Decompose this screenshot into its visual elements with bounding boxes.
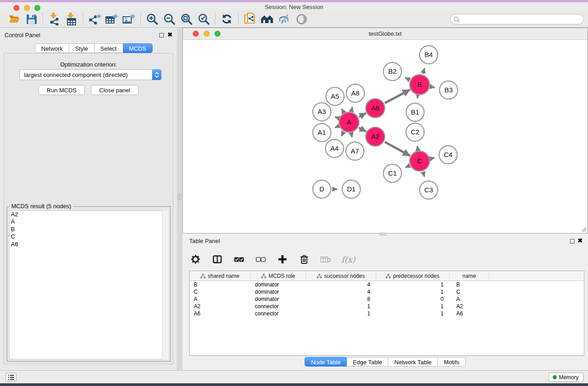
float-table-panel-icon[interactable] xyxy=(570,239,574,243)
delete-column-button[interactable] xyxy=(298,253,311,266)
table-row[interactable]: Bdominator41B xyxy=(190,281,584,288)
function-builder-button[interactable]: f(x) xyxy=(341,253,355,266)
graph-edge-A-A3[interactable] xyxy=(335,117,339,118)
graph-edge-C-C1[interactable] xyxy=(405,166,409,167)
graph-edge-A-A2[interactable] xyxy=(359,128,366,132)
tab-network[interactable]: Network xyxy=(35,43,69,53)
houses-icon xyxy=(260,14,274,24)
graph-node-label: A2 xyxy=(371,133,379,140)
node-table: shared name MCDS role successor nodes pr… xyxy=(189,271,584,356)
graph-edge-A-A1[interactable] xyxy=(335,126,339,128)
hide-selected-button[interactable] xyxy=(276,12,293,26)
graph-edge-A6-B[interactable] xyxy=(385,90,410,103)
mcds-result-scrollbar[interactable] xyxy=(162,210,168,359)
tab-mcds[interactable]: MCDS xyxy=(123,43,153,53)
graph-edge-B-B4[interactable] xyxy=(423,68,425,74)
graph-node-label: B2 xyxy=(388,67,397,75)
zoom-in-button[interactable] xyxy=(143,12,161,26)
table-settings-button[interactable] xyxy=(189,253,202,266)
unselect-all-button[interactable] xyxy=(254,253,267,266)
mcds-result-item[interactable]: B xyxy=(10,226,168,233)
export-network-button[interactable] xyxy=(86,12,103,26)
run-mcds-button[interactable]: Run MCDS xyxy=(38,85,85,95)
graph-edge-A-A4[interactable] xyxy=(341,132,344,136)
tab-edge-table[interactable]: Edge Table xyxy=(347,357,388,367)
mcds-result-item[interactable]: A6 xyxy=(10,241,168,248)
delete-table-button[interactable] xyxy=(320,253,332,266)
graph-node-label: A8 xyxy=(351,89,359,97)
zoom-out-button[interactable] xyxy=(161,12,178,26)
import-network-button[interactable] xyxy=(46,12,63,26)
show-all-button[interactable] xyxy=(258,12,276,26)
create-column-button[interactable] xyxy=(276,253,289,266)
search-field[interactable] xyxy=(450,14,584,24)
horizontal-divider-handle[interactable] xyxy=(379,233,387,235)
table-row[interactable]: Cdominator41C xyxy=(190,288,584,295)
graph-edge-A-A6[interactable] xyxy=(359,113,366,117)
select-all-button[interactable] xyxy=(233,253,245,266)
graph-edge-C-C3[interactable] xyxy=(423,172,424,177)
toolbar-separator xyxy=(83,13,83,25)
tab-select[interactable]: Select xyxy=(95,43,123,53)
graph-node-label: B xyxy=(417,81,422,88)
columns-icon xyxy=(213,255,222,263)
export-table-button[interactable] xyxy=(103,12,120,26)
close-panel-button[interactable]: Close panel xyxy=(91,85,139,95)
table-panel: Table Panel ✖ xyxy=(182,234,588,370)
divider-handle[interactable] xyxy=(177,194,182,200)
close-panel-icon[interactable]: ✖ xyxy=(167,31,172,38)
window-resize-grip[interactable] xyxy=(580,226,587,232)
graph-edge-A-A5[interactable] xyxy=(342,109,344,112)
tab-node-table[interactable]: Node Table xyxy=(305,357,347,367)
float-panel-icon[interactable] xyxy=(159,33,164,38)
search-icon xyxy=(454,16,460,23)
column-header-mcds-role[interactable]: MCDS role xyxy=(251,271,306,281)
tab-network-table[interactable]: Network Table xyxy=(388,357,438,367)
mcds-result-item[interactable]: C xyxy=(10,233,168,240)
import-table-button[interactable] xyxy=(63,12,80,26)
clone-network-button[interactable] xyxy=(241,12,258,26)
close-table-panel-icon[interactable]: ✖ xyxy=(578,237,583,244)
tab-style[interactable]: Style xyxy=(69,43,95,53)
graph-edge-B-B1[interactable] xyxy=(417,96,418,99)
task-history-button[interactable] xyxy=(5,373,17,381)
graph-node-label: A3 xyxy=(318,108,326,115)
graph-edge-C-C2[interactable] xyxy=(417,146,418,150)
import-network-icon xyxy=(48,13,61,25)
column-header-name[interactable]: name xyxy=(449,271,489,281)
tab-motifs[interactable]: Motifs xyxy=(438,357,466,367)
export-image-button[interactable] xyxy=(120,12,138,26)
mcds-result-item[interactable]: A2 xyxy=(10,211,168,218)
import-table-icon xyxy=(65,13,78,25)
criterion-value: largest connected component (directed) xyxy=(24,71,128,78)
show-graphics-details-button[interactable] xyxy=(293,12,310,26)
export-table-icon xyxy=(105,13,119,25)
table-row[interactable]: Adominator80A xyxy=(190,295,584,303)
graph-edge-A2-C[interactable] xyxy=(385,142,410,156)
graph-edge-B-B3[interactable] xyxy=(431,87,435,88)
table-row[interactable]: A6connector11A6 xyxy=(190,310,584,317)
column-header-predecessor-nodes[interactable]: predecessor nodes xyxy=(376,271,449,281)
search-input[interactable] xyxy=(460,15,583,24)
refresh-button[interactable] xyxy=(218,12,235,26)
graph-edge-C-C4[interactable] xyxy=(430,158,434,159)
graph-edge-A-A8[interactable] xyxy=(351,107,352,111)
export-image-icon xyxy=(122,13,136,25)
network-canvas[interactable]: B4B2BB3A5A8A6A3B1AC2A1A2A4A7C4CC1C3DD1 xyxy=(183,40,588,233)
column-header-successor-nodes[interactable]: successor nodes xyxy=(306,271,376,281)
mcds-result-item[interactable]: A xyxy=(10,218,168,225)
table-row[interactable]: A2connector11A2 xyxy=(190,303,584,310)
zoom-fit-button[interactable] xyxy=(178,12,195,26)
column-header-shared-name[interactable]: shared name xyxy=(190,271,251,281)
checked-boxes-icon xyxy=(234,257,244,262)
graph-node-label: A1 xyxy=(318,129,326,136)
memory-button[interactable]: Memory xyxy=(549,372,583,382)
criterion-select[interactable]: largest connected component (directed) xyxy=(19,69,162,80)
open-session-button[interactable] xyxy=(5,12,23,26)
application-window: Session: New Session xyxy=(0,0,588,386)
graph-edge-B-B2[interactable] xyxy=(405,77,410,80)
show-columns-button[interactable] xyxy=(211,253,224,266)
graph-edge-A-A7[interactable] xyxy=(351,133,352,137)
save-session-button[interactable] xyxy=(23,12,40,26)
zoom-selected-button[interactable] xyxy=(195,12,212,26)
